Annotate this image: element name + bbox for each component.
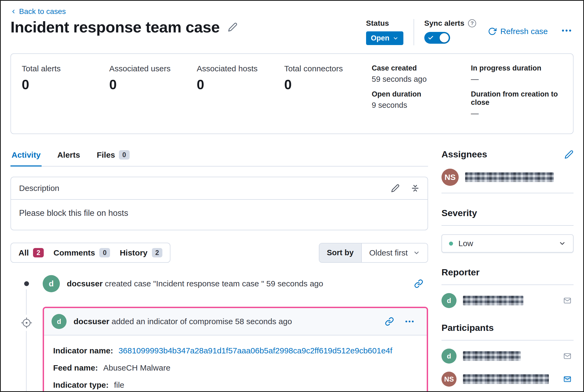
details-col-2: In progress duration — Duration from cre… [471, 64, 562, 124]
metric-total-alerts: Total alerts 0 [22, 64, 109, 124]
timeline-event-created: d docsuser created case "Incident respon… [10, 275, 428, 292]
indicator-comment-panel: d docsuser added an indicator of comprom… [43, 307, 428, 392]
avatar: NS [441, 169, 459, 186]
filter-all[interactable]: All 2 [19, 248, 44, 257]
redacted-reporter-name [463, 296, 523, 305]
case-detail-page: Back to cases Incident response team cas… [0, 0, 584, 392]
refresh-icon [488, 27, 497, 36]
severity-select[interactable]: Low [441, 234, 574, 253]
indicator-details: Indicator name: 3681099993b4b347a28a91d1… [44, 335, 427, 392]
field-value: file [114, 380, 124, 390]
activity-timeline: d docsuser created case "Incident respon… [10, 275, 428, 392]
edit-assignees-pencil-icon[interactable] [564, 150, 574, 159]
metric-value: 0 [197, 77, 284, 93]
tab-alerts[interactable]: Alerts [56, 149, 81, 167]
section-divider [441, 284, 574, 285]
refresh-case-button[interactable]: Refresh case [486, 27, 549, 36]
detail-label: Open duration [372, 90, 455, 98]
event-username: docsuser [74, 317, 109, 326]
section-divider [441, 193, 574, 193]
metric-label: Associated users [109, 64, 197, 73]
activity-filter-row: All 2 Comments 0 History 2 Sort by [10, 243, 428, 263]
status-dropdown-button[interactable]: Open [366, 31, 403, 45]
tab-label: Files [97, 150, 115, 160]
sync-alerts-toggle[interactable] [424, 32, 450, 44]
avatar: d [52, 314, 67, 329]
sort-control: Sort by Oldest first [319, 243, 428, 263]
copy-link-icon[interactable] [414, 279, 423, 288]
filter-label: History [120, 248, 147, 257]
assignees-title: Assignees [441, 149, 487, 160]
sort-order-value: Oldest first [369, 248, 408, 257]
indicator-name-row: Indicator name: 3681099993b4b347a28a91d1… [53, 346, 418, 355]
case-summary-card: Total alerts 0 Associated users 0 Associ… [10, 53, 574, 134]
description-panel: Description Please block this file on ho… [10, 177, 428, 230]
detail-value: — [471, 109, 562, 118]
redacted-participant-name [463, 374, 549, 384]
back-link-label: Back to cases [19, 7, 66, 16]
metric-total-connectors: Total connectors 0 [284, 64, 372, 124]
section-divider [441, 225, 574, 226]
participants-section: Participants d NS [441, 323, 574, 387]
sort-order-select[interactable]: Oldest first [362, 243, 428, 262]
chevron-down-icon [559, 240, 566, 247]
chevron-left-icon [10, 9, 16, 14]
tab-activity[interactable]: Activity [10, 149, 42, 167]
assignee-row: NS [441, 169, 574, 186]
metric-associated-users: Associated users 0 [109, 64, 197, 124]
metric-label: Total connectors [284, 64, 372, 73]
edit-title-pencil-icon[interactable] [228, 22, 238, 32]
sync-alerts-label: Sync alerts [424, 19, 464, 28]
field-label: Feed name: [53, 363, 98, 372]
timeline-dot-marker [24, 281, 29, 286]
back-to-cases-link[interactable]: Back to cases [10, 7, 66, 16]
edit-description-pencil-icon[interactable] [391, 184, 400, 193]
sync-alerts-block: Sync alerts ? [424, 19, 476, 45]
avatar: d [43, 275, 60, 292]
header-divider [414, 19, 414, 45]
avatar: NS [441, 372, 457, 387]
email-icon[interactable] [561, 351, 574, 361]
case-controls: Status Open Sync alerts ? [366, 18, 574, 45]
case-actions-menu-button[interactable] [560, 25, 574, 36]
filter-comments[interactable]: Comments 0 [53, 248, 110, 257]
tab-files[interactable]: Files 0 [96, 149, 130, 167]
email-icon[interactable] [561, 374, 574, 384]
indicator-comment-header: d docsuser added an indicator of comprom… [44, 308, 427, 335]
event-text: docsuser added an indicator of compromis… [74, 317, 378, 326]
collapse-description-icon[interactable] [411, 184, 419, 193]
filter-label: All [19, 248, 29, 257]
case-header: Back to cases Incident response team cas… [1, 1, 583, 45]
status-label: Status [366, 19, 403, 28]
indicator-type-row: Indicator type: file [53, 380, 418, 390]
filter-history[interactable]: History 2 [120, 248, 162, 257]
page-title: Incident response team case [10, 18, 220, 36]
reporter-title: Reporter [441, 267, 480, 278]
toggle-knob [440, 33, 449, 42]
case-tabs: Activity Alerts Files 0 [10, 149, 428, 167]
help-question-icon[interactable]: ? [468, 19, 476, 27]
filter-label: Comments [53, 248, 95, 257]
participant-row: NS [441, 372, 574, 387]
redacted-participant-name [463, 351, 521, 361]
case-sidebar: Assignees NS Severity Low [441, 149, 574, 387]
metric-label: Total alerts [22, 64, 109, 73]
timeline-event-indicator: d docsuser added an indicator of comprom… [10, 307, 428, 392]
severity-low-dot [449, 242, 453, 246]
assignees-section: Assignees NS [441, 149, 574, 193]
tab-label: Activity [12, 150, 41, 160]
field-label: Indicator name: [53, 346, 113, 355]
comment-actions-menu-button[interactable] [405, 318, 414, 325]
sort-by-label: Sort by [319, 243, 362, 262]
feed-name-row: Feed name: AbuseCH Malware [53, 363, 418, 372]
detail-value: 59 seconds ago [372, 75, 455, 84]
copy-link-icon[interactable] [385, 317, 394, 326]
event-description: added an indicator of compromise 58 seco… [112, 317, 292, 326]
email-icon[interactable] [561, 295, 574, 306]
indicator-name-link[interactable]: 3681099993b4b347a28a91d1f57aaa06b5af2998… [118, 346, 392, 355]
event-username: docsuser [67, 279, 103, 288]
metric-label: Associated hosts [197, 64, 284, 73]
refresh-label: Refresh case [500, 27, 548, 36]
indicator-target-icon [21, 315, 32, 331]
metric-value: 0 [284, 77, 372, 93]
